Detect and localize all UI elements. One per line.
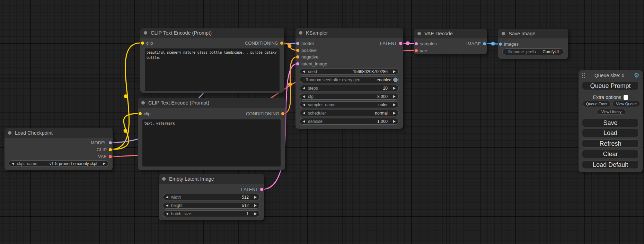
- link-dot: [288, 44, 292, 48]
- node-collapse-dot[interactable]: [299, 31, 302, 35]
- widget-steps[interactable]: steps 20: [300, 85, 399, 91]
- slot-dot-conditioning[interactable]: [296, 49, 299, 52]
- output-slot-latent[interactable]: LATENT: [159, 187, 264, 192]
- increment-arrow-icon[interactable]: [393, 70, 396, 73]
- widget-height[interactable]: height 512: [163, 202, 260, 209]
- output-slot-conditioning[interactable]: CONDITIONING: [140, 40, 284, 45]
- node-collapse-dot[interactable]: [144, 31, 147, 35]
- node-save-image[interactable]: Save Image images filename_prefix ComfyU…: [498, 29, 568, 59]
- widget-filename-prefix[interactable]: filename_prefix ComfyUI: [502, 48, 564, 55]
- node-collapse-dot[interactable]: [502, 32, 505, 35]
- slot-dot-latent[interactable]: [296, 62, 299, 65]
- clear-button[interactable]: Clear: [582, 150, 639, 158]
- increment-arrow-icon[interactable]: [393, 112, 396, 115]
- output-slot-latent[interactable]: LATENT: [295, 41, 403, 46]
- widget-label: width: [171, 195, 181, 200]
- output-slot-image[interactable]: IMAGE: [414, 41, 487, 46]
- decrement-arrow-icon[interactable]: [166, 196, 168, 199]
- node-collapse-dot[interactable]: [8, 131, 11, 135]
- drag-handle-icon[interactable]: [582, 73, 585, 78]
- slot-dot-image[interactable]: [499, 43, 502, 46]
- increment-arrow-icon[interactable]: [103, 162, 105, 165]
- node-vae-decode[interactable]: VAE Decode samples IMAGE vae: [414, 29, 487, 54]
- save-button[interactable]: Save: [582, 119, 639, 127]
- slot-dot-clip[interactable]: [109, 148, 112, 151]
- widget-width[interactable]: width 512: [163, 194, 260, 200]
- output-slot-model[interactable]: MODEL: [5, 140, 113, 145]
- decrement-arrow-icon[interactable]: [303, 95, 305, 98]
- slot-dot-conditioning[interactable]: [280, 42, 283, 45]
- refresh-button[interactable]: Refresh: [582, 139, 639, 148]
- node-clip-text-encode-positive[interactable]: CLIP Text Encode (Prompt) clip CONDITION…: [140, 28, 284, 93]
- decrement-arrow-icon[interactable]: [166, 204, 168, 207]
- node-empty-latent-image[interactable]: Empty Latent Image LATENT width 512 heig…: [159, 174, 264, 220]
- increment-arrow-icon[interactable]: [393, 87, 396, 90]
- view-queue-button[interactable]: View Queue: [612, 101, 640, 107]
- decrement-arrow-icon[interactable]: [303, 103, 305, 106]
- node-ksampler[interactable]: KSampler model LATENT positive negative …: [295, 28, 403, 129]
- node-titlebar[interactable]: Load Checkpoint: [5, 128, 113, 138]
- output-slot-conditioning[interactable]: CONDITIONING: [138, 111, 285, 116]
- decrement-arrow-icon[interactable]: [303, 87, 305, 90]
- positive-prompt-textarea[interactable]: beautiful scenery nature glass bottle la…: [145, 48, 280, 91]
- queue-panel[interactable]: Queue size: 0 ⚙ Queue Prompt Extra optio…: [579, 70, 643, 172]
- negative-prompt-textarea[interactable]: text, watermark: [142, 119, 281, 166]
- load-button[interactable]: Load: [582, 129, 639, 137]
- widget-sampler-name[interactable]: sampler_name euler: [300, 101, 399, 108]
- queue-prompt-button[interactable]: Queue Prompt: [582, 82, 639, 90]
- widget-denoise[interactable]: denoise 1.000: [300, 118, 399, 125]
- input-slot-images[interactable]: images: [498, 42, 568, 46]
- input-slot-vae[interactable]: vae: [414, 48, 487, 53]
- node-collapse-dot[interactable]: [417, 32, 421, 35]
- slot-dot-vae[interactable]: [415, 49, 418, 52]
- widget-scheduler[interactable]: scheduler normal: [300, 110, 399, 116]
- slot-dot-latent[interactable]: [399, 42, 402, 45]
- widget-batch-size[interactable]: batch_size 1: [163, 210, 260, 217]
- increment-arrow-icon[interactable]: [393, 95, 396, 98]
- load-default-button[interactable]: Load Default: [582, 161, 639, 169]
- widget-label: scheduler: [308, 111, 326, 116]
- extra-options-label: Extra options: [593, 94, 621, 100]
- slot-dot-conditioning[interactable]: [281, 112, 284, 115]
- slot-dot-vae[interactable]: [109, 155, 112, 158]
- slot-dot-model[interactable]: [109, 141, 112, 144]
- increment-arrow-icon[interactable]: [254, 204, 257, 207]
- node-collapse-dot[interactable]: [162, 177, 166, 181]
- input-slot-negative[interactable]: negative: [295, 54, 403, 59]
- view-history-button[interactable]: View History: [597, 109, 626, 115]
- settings-gear-icon[interactable]: ⚙: [634, 72, 639, 79]
- increment-arrow-icon[interactable]: [393, 103, 396, 106]
- comfyui-canvas[interactable]: Load Checkpoint MODEL CLIP VAE ckpt_name…: [0, 0, 644, 244]
- extra-options-checkbox[interactable]: [624, 95, 628, 100]
- increment-arrow-icon[interactable]: [254, 196, 257, 199]
- increment-arrow-icon[interactable]: [254, 213, 257, 215]
- widget-random-seed-toggle[interactable]: Random seed after every gen enabled: [300, 76, 399, 83]
- decrement-arrow-icon[interactable]: [12, 162, 14, 165]
- toggle-dot-icon[interactable]: [393, 78, 398, 82]
- widget-seed[interactable]: seed 156680208700286: [300, 68, 399, 75]
- widget-ckpt-name[interactable]: ckpt_name v1-5-pruned-emaonly.ckpt: [9, 160, 108, 167]
- output-slot-vae[interactable]: VAE: [5, 154, 113, 159]
- input-slot-latent-image[interactable]: latent_image: [295, 61, 403, 66]
- decrement-arrow-icon[interactable]: [166, 213, 168, 215]
- node-load-checkpoint[interactable]: Load Checkpoint MODEL CLIP VAE ckpt_name…: [5, 128, 113, 170]
- node-titlebar[interactable]: Save Image: [498, 29, 568, 38]
- slot-dot-image[interactable]: [483, 42, 486, 45]
- input-slot-positive[interactable]: positive: [295, 48, 403, 53]
- node-titlebar[interactable]: CLIP Text Encode (Prompt): [140, 28, 284, 38]
- node-collapse-dot[interactable]: [141, 101, 145, 105]
- widget-cfg[interactable]: cfg 8.000: [300, 93, 399, 100]
- increment-arrow-icon[interactable]: [393, 120, 396, 123]
- slot-dot-latent[interactable]: [260, 188, 263, 191]
- node-clip-text-encode-negative[interactable]: CLIP Text Encode (Prompt) clip CONDITION…: [138, 98, 285, 170]
- slot-dot-conditioning[interactable]: [296, 55, 299, 58]
- decrement-arrow-icon[interactable]: [303, 120, 305, 123]
- node-titlebar[interactable]: Empty Latent Image: [159, 174, 264, 184]
- queue-front-button[interactable]: Queue Front: [583, 101, 611, 107]
- decrement-arrow-icon[interactable]: [303, 112, 305, 115]
- node-titlebar[interactable]: CLIP Text Encode (Prompt): [138, 98, 285, 108]
- output-slot-clip[interactable]: CLIP: [5, 147, 113, 152]
- node-titlebar[interactable]: VAE Decode: [414, 29, 487, 38]
- node-titlebar[interactable]: KSampler: [295, 28, 403, 38]
- decrement-arrow-icon[interactable]: [303, 70, 305, 73]
